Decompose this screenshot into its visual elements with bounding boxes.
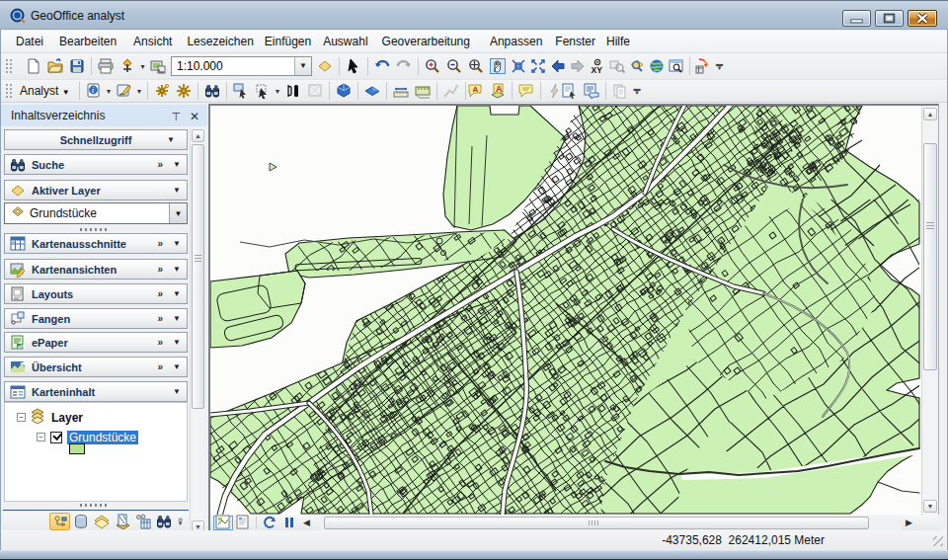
svg-text:XY: XY: [592, 65, 603, 75]
svg-text:A: A: [472, 85, 478, 94]
svg-text:ePa: ePa: [18, 344, 26, 349]
svg-text:A: A: [496, 84, 503, 94]
